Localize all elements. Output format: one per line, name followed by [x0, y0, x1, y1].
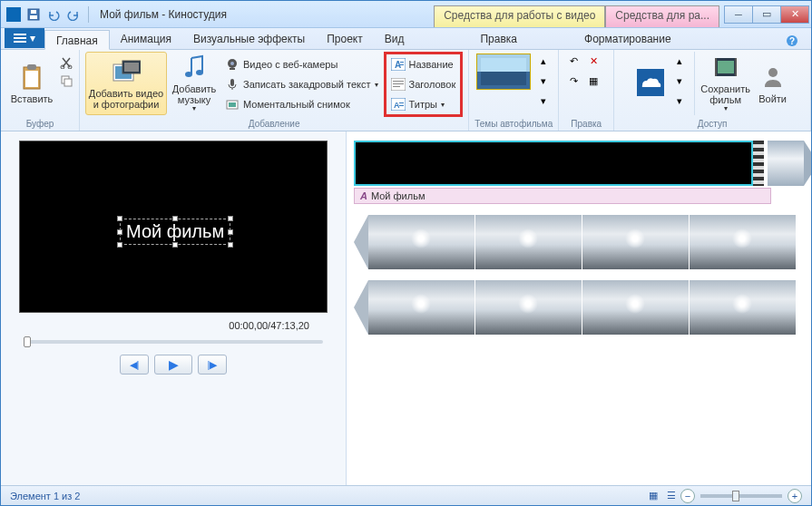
- voiceover-label: Записать закадровый текст: [243, 79, 371, 90]
- svg-rect-43: [715, 58, 717, 76]
- tab-edit[interactable]: Правка: [469, 29, 528, 49]
- theme-up[interactable]: ▴: [534, 52, 553, 70]
- tab-format[interactable]: Форматирование: [573, 29, 682, 49]
- video-strip-1[interactable]: [354, 215, 804, 269]
- snapshot-button[interactable]: Моментальный снимок: [221, 95, 382, 113]
- help-icon[interactable]: ?: [780, 33, 804, 49]
- svg-rect-31: [400, 64, 404, 65]
- title-button[interactable]: A Название: [387, 55, 460, 73]
- title-overlay[interactable]: Мой фильм: [120, 219, 230, 245]
- voiceover-button[interactable]: Записать закадровый текст ▾: [221, 75, 382, 93]
- title-clip-label[interactable]: A Мой фильм: [354, 188, 771, 204]
- share-up[interactable]: ▴: [670, 52, 689, 70]
- add-music-button[interactable]: Добавить музыку ▾: [169, 52, 220, 115]
- contextual-tab-video[interactable]: Средства для работы с видео: [434, 5, 605, 27]
- seek-bar[interactable]: [24, 340, 323, 344]
- webcam-button[interactable]: Видео с веб-камеры: [221, 55, 382, 73]
- prev-frame-button[interactable]: ◀|: [120, 355, 149, 375]
- minimize-button[interactable]: ─: [724, 5, 753, 24]
- theme-down[interactable]: ▾: [534, 72, 553, 90]
- snapshot-icon: [225, 97, 240, 112]
- paste-button[interactable]: Вставить: [6, 52, 57, 115]
- tab-view[interactable]: Вид: [374, 29, 416, 49]
- paste-label: Вставить: [11, 93, 54, 104]
- view-thumbnails-icon[interactable]: ▦: [644, 487, 662, 505]
- title-icon: A: [391, 57, 406, 72]
- tab-animation[interactable]: Анимация: [110, 29, 182, 49]
- video-strip-2[interactable]: [354, 280, 804, 335]
- app-icon: [6, 7, 21, 22]
- film-reel-icon: [711, 54, 740, 82]
- svg-point-45: [768, 68, 778, 77]
- redo-icon[interactable]: [64, 5, 83, 24]
- undo-icon[interactable]: [44, 5, 63, 24]
- maximize-button[interactable]: ▭: [752, 5, 781, 24]
- media-icon: [112, 57, 141, 86]
- credits-label: Титры: [409, 99, 437, 110]
- rotate-left-icon[interactable]: ↶: [564, 52, 582, 70]
- svg-rect-18: [124, 63, 139, 72]
- delete-icon[interactable]: ✕: [584, 52, 602, 70]
- svg-rect-10: [25, 71, 38, 87]
- zoom-slider[interactable]: [700, 494, 782, 498]
- tab-effects[interactable]: Визуальные эффекты: [182, 29, 316, 49]
- rotate-right-icon[interactable]: ↷: [564, 72, 582, 90]
- seek-thumb[interactable]: [24, 336, 31, 347]
- theme-more[interactable]: ▾: [534, 92, 553, 110]
- tab-project[interactable]: Проект: [316, 29, 374, 49]
- save-icon[interactable]: [24, 5, 43, 24]
- svg-rect-38: [399, 102, 404, 103]
- preview-video[interactable]: Мой фильм: [19, 141, 328, 313]
- theme-preview[interactable]: [476, 54, 531, 90]
- svg-rect-1: [30, 15, 37, 19]
- zoom-slider-thumb[interactable]: [732, 491, 739, 501]
- preview-pane: Мой фильм 00:00,00/47:13,20 ◀| ▶ |▶: [1, 131, 346, 485]
- svg-rect-9: [27, 64, 36, 70]
- caption-button[interactable]: Заголовок: [387, 75, 460, 93]
- contextual-tab-text[interactable]: Средства для ра...: [605, 5, 719, 27]
- group-label-themes: Темы автофильма: [474, 119, 553, 131]
- video-clip-thumb[interactable]: [768, 141, 804, 186]
- group-clipboard: Вставить Буфер: [1, 50, 80, 131]
- signin-label: Войти: [758, 93, 787, 104]
- add-music-label: Добавить музыку: [171, 83, 218, 105]
- caption-icon: [391, 77, 406, 92]
- next-frame-button[interactable]: |▶: [198, 355, 227, 375]
- svg-rect-5: [14, 41, 26, 43]
- statusbar: Элемент 1 из 2 ▦ ☰ − +: [1, 485, 811, 505]
- tabs-row: ▾ Главная Анимация Визуальные эффекты Пр…: [1, 28, 811, 50]
- play-button[interactable]: ▶: [154, 355, 192, 375]
- close-button[interactable]: ✕: [780, 5, 809, 24]
- onedrive-button[interactable]: [632, 52, 669, 115]
- svg-text:A: A: [394, 101, 400, 110]
- title-clip-text: Мой фильм: [371, 190, 426, 201]
- webcam-icon: [225, 57, 240, 72]
- share-down[interactable]: ▾: [670, 72, 689, 90]
- zoom-out-button[interactable]: −: [680, 489, 695, 503]
- cut-icon[interactable]: [59, 55, 73, 70]
- film-sprocket: [753, 141, 764, 186]
- text-buttons-highlighted: A Название Заголовок A Титры ▾: [384, 52, 464, 117]
- file-menu[interactable]: ▾: [5, 28, 44, 48]
- view-details-icon[interactable]: ☰: [662, 487, 680, 505]
- workspace: Мой фильм 00:00,00/47:13,20 ◀| ▶ |▶: [1, 131, 811, 485]
- svg-rect-3: [14, 34, 26, 35]
- tab-home[interactable]: Главная: [44, 30, 110, 50]
- zoom-controls: − +: [680, 489, 802, 503]
- copy-icon[interactable]: [59, 73, 73, 88]
- signin-button[interactable]: Войти: [753, 52, 793, 115]
- share-more[interactable]: ▾: [670, 92, 689, 110]
- credits-button[interactable]: A Титры ▾: [387, 95, 460, 113]
- svg-point-22: [230, 62, 234, 65]
- svg-rect-4: [14, 37, 26, 39]
- add-media-button[interactable]: Добавить видео и фотографии: [85, 52, 167, 115]
- time-display: 00:00,00/47:13,20: [229, 320, 309, 331]
- select-all-icon[interactable]: ▦: [584, 72, 602, 90]
- mic-icon: [225, 77, 240, 92]
- svg-rect-42: [718, 61, 734, 73]
- zoom-in-button[interactable]: +: [788, 489, 802, 503]
- save-movie-label: Сохранить фильм: [700, 83, 750, 105]
- save-movie-button[interactable]: Сохранить фильм ▾: [700, 52, 751, 115]
- title-clip[interactable]: [354, 141, 753, 186]
- svg-text:?: ?: [789, 36, 795, 46]
